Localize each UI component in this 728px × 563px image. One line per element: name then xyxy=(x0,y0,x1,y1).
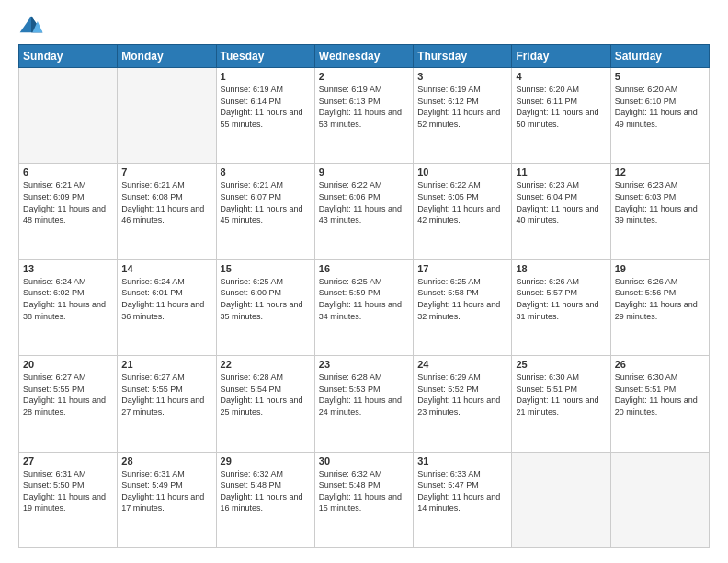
day-number: 18 xyxy=(516,263,606,274)
day-info: Sunrise: 6:28 AMSunset: 5:53 PMDaylight:… xyxy=(319,372,409,418)
day-number: 19 xyxy=(615,263,705,274)
day-info: Sunrise: 6:26 AMSunset: 5:56 PMDaylight:… xyxy=(615,276,705,322)
day-info: Sunrise: 6:21 AMSunset: 6:07 PMDaylight:… xyxy=(221,179,311,225)
day-info: Sunrise: 6:27 AMSunset: 5:55 PMDaylight:… xyxy=(121,372,211,418)
day-info: Sunrise: 6:24 AMSunset: 6:02 PMDaylight:… xyxy=(23,276,113,322)
day-number: 30 xyxy=(319,455,409,466)
day-number: 2 xyxy=(319,71,409,82)
day-number: 27 xyxy=(23,455,113,466)
day-info: Sunrise: 6:32 AMSunset: 5:48 PMDaylight:… xyxy=(319,468,409,514)
calendar-week: 27Sunrise: 6:31 AMSunset: 5:50 PMDayligh… xyxy=(19,452,710,547)
day-info: Sunrise: 6:26 AMSunset: 5:57 PMDaylight:… xyxy=(516,276,606,322)
day-info: Sunrise: 6:19 AMSunset: 6:13 PMDaylight:… xyxy=(319,84,409,130)
weekday-header: Saturday xyxy=(610,45,709,68)
calendar-cell: 28Sunrise: 6:31 AMSunset: 5:49 PMDayligh… xyxy=(118,452,216,547)
day-number: 9 xyxy=(319,167,409,178)
calendar-week: 20Sunrise: 6:27 AMSunset: 5:55 PMDayligh… xyxy=(19,356,710,452)
page: SundayMondayTuesdayWednesdayThursdayFrid… xyxy=(0,0,728,563)
calendar-cell xyxy=(19,68,118,164)
calendar-cell: 19Sunrise: 6:26 AMSunset: 5:56 PMDayligh… xyxy=(610,259,709,355)
calendar-week: 6Sunrise: 6:21 AMSunset: 6:09 PMDaylight… xyxy=(19,164,710,259)
calendar-cell: 6Sunrise: 6:21 AMSunset: 6:09 PMDaylight… xyxy=(19,164,118,259)
day-info: Sunrise: 6:27 AMSunset: 5:55 PMDaylight:… xyxy=(23,372,113,418)
weekday-header: Sunday xyxy=(19,45,118,68)
weekday-header: Tuesday xyxy=(216,45,314,68)
calendar-cell: 12Sunrise: 6:23 AMSunset: 6:03 PMDayligh… xyxy=(610,164,709,259)
calendar-cell: 31Sunrise: 6:33 AMSunset: 5:47 PMDayligh… xyxy=(414,452,512,547)
day-info: Sunrise: 6:31 AMSunset: 5:49 PMDaylight:… xyxy=(121,468,211,514)
day-number: 15 xyxy=(221,263,311,274)
day-info: Sunrise: 6:30 AMSunset: 5:51 PMDaylight:… xyxy=(615,372,705,418)
day-number: 22 xyxy=(221,359,311,370)
weekday-header: Wednesday xyxy=(314,45,413,68)
calendar-cell: 15Sunrise: 6:25 AMSunset: 6:00 PMDayligh… xyxy=(216,259,314,355)
calendar-cell: 1Sunrise: 6:19 AMSunset: 6:14 PMDaylight… xyxy=(216,68,314,164)
calendar-cell: 14Sunrise: 6:24 AMSunset: 6:01 PMDayligh… xyxy=(118,259,216,355)
calendar-cell: 21Sunrise: 6:27 AMSunset: 5:55 PMDayligh… xyxy=(118,356,216,452)
day-info: Sunrise: 6:23 AMSunset: 6:03 PMDaylight:… xyxy=(615,179,705,225)
calendar-cell: 18Sunrise: 6:26 AMSunset: 5:57 PMDayligh… xyxy=(512,259,610,355)
day-number: 10 xyxy=(417,167,507,178)
day-info: Sunrise: 6:23 AMSunset: 6:04 PMDaylight:… xyxy=(516,179,606,225)
calendar-body: 1Sunrise: 6:19 AMSunset: 6:14 PMDaylight… xyxy=(19,68,710,548)
day-info: Sunrise: 6:19 AMSunset: 6:12 PMDaylight:… xyxy=(417,84,507,130)
day-info: Sunrise: 6:21 AMSunset: 6:09 PMDaylight:… xyxy=(23,179,113,225)
day-number: 21 xyxy=(121,359,211,370)
calendar-cell: 3Sunrise: 6:19 AMSunset: 6:12 PMDaylight… xyxy=(414,68,512,164)
day-number: 8 xyxy=(221,167,311,178)
day-number: 1 xyxy=(221,71,311,82)
day-number: 13 xyxy=(23,263,113,274)
day-number: 11 xyxy=(516,167,606,178)
calendar-cell: 29Sunrise: 6:32 AMSunset: 5:48 PMDayligh… xyxy=(216,452,314,547)
day-info: Sunrise: 6:21 AMSunset: 6:08 PMDaylight:… xyxy=(121,179,211,225)
logo-icon xyxy=(18,15,44,35)
day-info: Sunrise: 6:24 AMSunset: 6:01 PMDaylight:… xyxy=(121,276,211,322)
day-info: Sunrise: 6:25 AMSunset: 6:00 PMDaylight:… xyxy=(221,276,311,322)
day-number: 17 xyxy=(417,263,507,274)
day-number: 6 xyxy=(23,167,113,178)
day-info: Sunrise: 6:31 AMSunset: 5:50 PMDaylight:… xyxy=(23,468,113,514)
day-number: 5 xyxy=(615,71,705,82)
calendar-cell xyxy=(610,452,709,547)
day-number: 12 xyxy=(615,167,705,178)
day-info: Sunrise: 6:28 AMSunset: 5:54 PMDaylight:… xyxy=(221,372,311,418)
calendar-cell: 17Sunrise: 6:25 AMSunset: 5:58 PMDayligh… xyxy=(414,259,512,355)
day-number: 7 xyxy=(121,167,211,178)
calendar: SundayMondayTuesdayWednesdayThursdayFrid… xyxy=(18,44,710,548)
day-number: 4 xyxy=(516,71,606,82)
day-number: 16 xyxy=(319,263,409,274)
calendar-cell: 10Sunrise: 6:22 AMSunset: 6:05 PMDayligh… xyxy=(414,164,512,259)
day-number: 25 xyxy=(516,359,606,370)
calendar-cell: 20Sunrise: 6:27 AMSunset: 5:55 PMDayligh… xyxy=(19,356,118,452)
day-info: Sunrise: 6:20 AMSunset: 6:11 PMDaylight:… xyxy=(516,84,606,130)
weekday-header: Monday xyxy=(118,45,216,68)
calendar-cell: 13Sunrise: 6:24 AMSunset: 6:02 PMDayligh… xyxy=(19,259,118,355)
day-number: 23 xyxy=(319,359,409,370)
calendar-cell: 4Sunrise: 6:20 AMSunset: 6:11 PMDaylight… xyxy=(512,68,610,164)
calendar-cell: 2Sunrise: 6:19 AMSunset: 6:13 PMDaylight… xyxy=(314,68,413,164)
day-info: Sunrise: 6:22 AMSunset: 6:05 PMDaylight:… xyxy=(417,179,507,225)
calendar-week: 1Sunrise: 6:19 AMSunset: 6:14 PMDaylight… xyxy=(19,68,710,164)
calendar-cell: 5Sunrise: 6:20 AMSunset: 6:10 PMDaylight… xyxy=(610,68,709,164)
calendar-cell: 23Sunrise: 6:28 AMSunset: 5:53 PMDayligh… xyxy=(314,356,413,452)
calendar-week: 13Sunrise: 6:24 AMSunset: 6:02 PMDayligh… xyxy=(19,259,710,355)
weekday-header: Friday xyxy=(512,45,610,68)
day-info: Sunrise: 6:22 AMSunset: 6:06 PMDaylight:… xyxy=(319,179,409,225)
calendar-cell xyxy=(512,452,610,547)
calendar-cell: 30Sunrise: 6:32 AMSunset: 5:48 PMDayligh… xyxy=(314,452,413,547)
calendar-cell: 16Sunrise: 6:25 AMSunset: 5:59 PMDayligh… xyxy=(314,259,413,355)
day-number: 29 xyxy=(221,455,311,466)
day-info: Sunrise: 6:20 AMSunset: 6:10 PMDaylight:… xyxy=(615,84,705,130)
day-number: 3 xyxy=(417,71,507,82)
day-info: Sunrise: 6:19 AMSunset: 6:14 PMDaylight:… xyxy=(221,84,311,130)
weekday-header: Thursday xyxy=(414,45,512,68)
calendar-cell: 25Sunrise: 6:30 AMSunset: 5:51 PMDayligh… xyxy=(512,356,610,452)
day-info: Sunrise: 6:30 AMSunset: 5:51 PMDaylight:… xyxy=(516,372,606,418)
day-info: Sunrise: 6:25 AMSunset: 5:59 PMDaylight:… xyxy=(319,276,409,322)
calendar-cell xyxy=(118,68,216,164)
day-info: Sunrise: 6:33 AMSunset: 5:47 PMDaylight:… xyxy=(417,468,507,514)
calendar-cell: 7Sunrise: 6:21 AMSunset: 6:08 PMDaylight… xyxy=(118,164,216,259)
day-number: 28 xyxy=(121,455,211,466)
calendar-cell: 24Sunrise: 6:29 AMSunset: 5:52 PMDayligh… xyxy=(414,356,512,452)
calendar-cell: 22Sunrise: 6:28 AMSunset: 5:54 PMDayligh… xyxy=(216,356,314,452)
